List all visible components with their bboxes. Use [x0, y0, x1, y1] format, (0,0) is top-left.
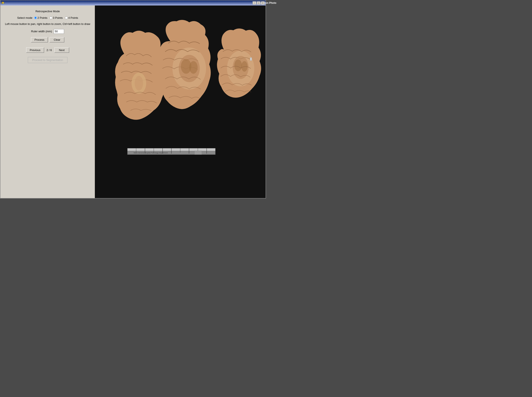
- ruler-row: Ruler width (mm): [31, 29, 64, 34]
- content-area: Retrospective Mode Select mode 2 Points …: [0, 6, 266, 198]
- image-panel[interactable]: Mass General Hospital Pathology Departme…: [95, 6, 266, 198]
- mode-2points-radio[interactable]: [34, 16, 37, 19]
- mode-3points-label[interactable]: 3 Points: [49, 16, 63, 19]
- mode-3points-radio[interactable]: [49, 16, 52, 19]
- mode-3points-text: 3 Points: [53, 16, 63, 19]
- process-button[interactable]: Process: [31, 37, 48, 42]
- restore-button[interactable]: □: [257, 1, 260, 5]
- main-window: 🔬 Dissection Photo − □ × Retrospective M…: [0, 0, 266, 198]
- minimize-button[interactable]: −: [253, 1, 256, 5]
- mode-2points-label[interactable]: 2 Points: [34, 16, 48, 19]
- page-indicator: 2 / 6: [47, 49, 52, 52]
- brain-scene: Mass General Hospital Pathology Departme…: [95, 6, 266, 198]
- previous-button[interactable]: Previous: [26, 48, 44, 53]
- mode-4points-label[interactable]: 4 Points: [65, 16, 78, 19]
- next-button[interactable]: Next: [54, 48, 69, 53]
- navigation-row: Previous 2 / 6 Next: [26, 48, 69, 53]
- titlebar: 🔬 Dissection Photo − □ ×: [0, 0, 266, 6]
- mode-4points-radio[interactable]: [65, 16, 68, 19]
- instruction-text: Left mouse button to pan, right button t…: [5, 22, 90, 26]
- ruler-label: Ruler width (mm): [31, 30, 52, 33]
- select-mode-row: Select mode 2 Points 3 Points 4 Points: [5, 16, 91, 19]
- brain-svg: Mass General Hospital Pathology Departme…: [95, 6, 266, 198]
- mode-radio-group: 2 Points 3 Points 4 Points: [34, 16, 78, 19]
- mode-4points-text: 4 Points: [68, 16, 78, 19]
- proceed-button: Proceed to Segmentation: [28, 57, 68, 63]
- action-button-row: Process Clear: [31, 37, 65, 42]
- svg-point-9: [189, 61, 198, 74]
- svg-rect-29: [194, 151, 202, 155]
- select-mode-label: Select mode: [17, 16, 32, 19]
- window-title: Dissection Photo: [0, 1, 266, 4]
- titlebar-left: 🔬: [1, 1, 5, 5]
- section-title: Retrospective Mode: [35, 10, 60, 13]
- clear-button[interactable]: Clear: [49, 37, 64, 42]
- titlebar-buttons: − □ ×: [253, 1, 265, 5]
- svg-rect-14: [250, 58, 252, 61]
- svg-text:Mass General Hospital Patholog: Mass General Hospital Pathology Departme…: [134, 152, 168, 154]
- mode-2points-text: 2 Points: [37, 16, 48, 19]
- left-panel: Retrospective Mode Select mode 2 Points …: [0, 6, 95, 198]
- close-button[interactable]: ×: [261, 1, 265, 5]
- ruler-input[interactable]: [54, 29, 64, 34]
- app-icon: 🔬: [1, 1, 5, 5]
- svg-text:🔬: 🔬: [2, 2, 4, 4]
- svg-point-5: [135, 76, 143, 91]
- svg-point-12: [234, 60, 242, 71]
